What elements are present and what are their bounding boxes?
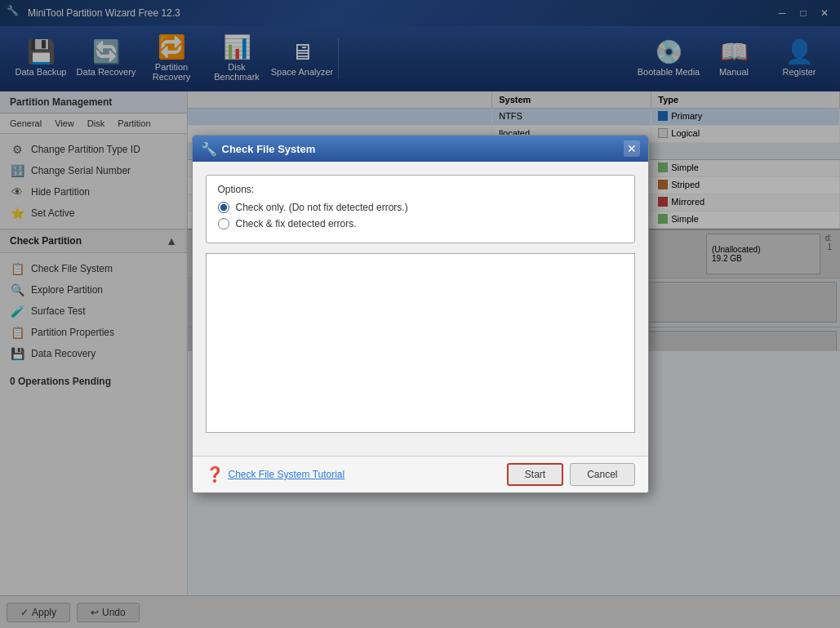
help-link[interactable]: Check File System Tutorial <box>229 469 345 480</box>
radio-check-fix: Check & fix detected errors. <box>218 218 623 229</box>
dialog-overlay: 🔧 Check File System ✕ Options: Check onl… <box>0 0 840 628</box>
radio-check-fix-label: Check & fix detected errors. <box>236 218 357 229</box>
dialog-body: Options: Check only. (Do not fix detecte… <box>193 162 648 456</box>
dialog-content-area <box>206 253 635 433</box>
start-button[interactable]: Start <box>507 463 563 486</box>
radio-check-fix-input[interactable] <box>218 218 229 229</box>
cancel-button[interactable]: Cancel <box>570 463 634 486</box>
radio-check-only-label: Check only. (Do not fix detected errors.… <box>236 202 408 213</box>
check-file-system-dialog: 🔧 Check File System ✕ Options: Check onl… <box>192 135 649 493</box>
dialog-actions: Start Cancel <box>507 463 635 486</box>
radio-check-only: Check only. (Do not fix detected errors.… <box>218 202 623 213</box>
options-legend: Options: <box>218 184 623 195</box>
dialog-help: ❓ Check File System Tutorial <box>206 465 507 483</box>
dialog-titlebar: 🔧 Check File System ✕ <box>193 136 648 162</box>
options-group: Options: Check only. (Do not fix detecte… <box>206 175 635 243</box>
help-icon: ❓ <box>206 465 224 483</box>
dialog-title: Check File System <box>222 143 619 155</box>
radio-check-only-input[interactable] <box>218 202 229 213</box>
dialog-icon: 🔧 <box>201 141 217 157</box>
dialog-footer: ❓ Check File System Tutorial Start Cance… <box>193 456 648 492</box>
dialog-close-button[interactable]: ✕ <box>624 140 640 157</box>
